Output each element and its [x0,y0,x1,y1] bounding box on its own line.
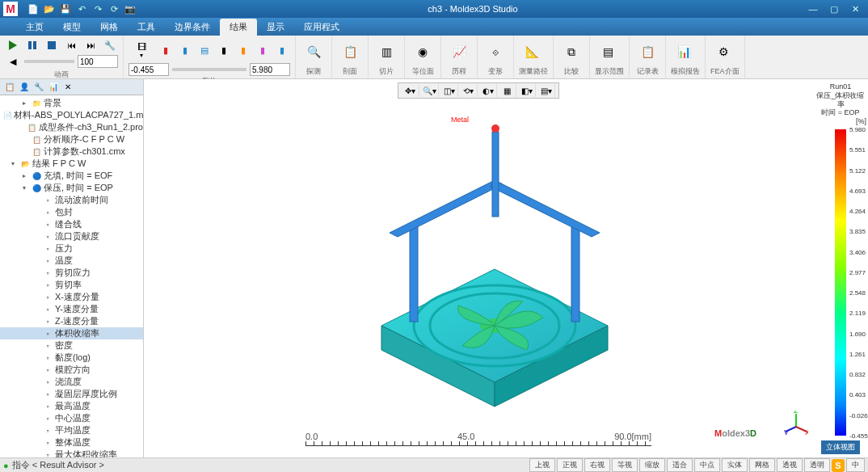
qat-save-icon[interactable]: 💾 [60,3,71,15]
tree-item-10[interactable]: ▫缝合线 [0,218,143,230]
tree-tab-close[interactable]: ✕ [61,81,74,94]
tree-tab-1[interactable]: 📋 [3,81,16,94]
qat-open-icon[interactable]: 📂 [44,3,55,15]
tree-item-24[interactable]: ▫凝固层厚度比例 [0,388,143,400]
clip-slider[interactable] [172,68,246,71]
close-button[interactable]: ✕ [845,2,865,15]
axis-gizmo[interactable]: z x y [784,411,808,435]
vp-view-icon[interactable]: ◧▾ [518,84,536,97]
menu-bc[interactable]: 边界条件 [165,19,220,36]
clip-bar3-icon[interactable]: ▮ [235,42,251,58]
tree-item-8[interactable]: ▫流动波前时间 [0,194,143,206]
menu-display[interactable]: 显示 [257,19,294,36]
minimize-button[interactable]: — [803,2,823,15]
play-button[interactable] [5,37,21,53]
frame-input[interactable] [78,55,118,68]
status-btn-正视[interactable]: 正视 [557,458,583,472]
anim-settings-button[interactable]: 🔧 [102,37,118,53]
legend-view-button[interactable]: 立体视图 [821,440,860,454]
clip-bar4-icon[interactable]: ▮ [255,42,271,58]
clip-bar1-icon[interactable]: ▮ [158,42,174,58]
status-btn-透视[interactable]: 透视 [777,458,803,472]
ribbon-显示范围[interactable]: ▤ [595,39,621,65]
qat-new-icon[interactable]: 📄 [27,3,39,15]
tree-item-17[interactable]: ▫Y-速度分量 [0,303,143,315]
tree-item-26[interactable]: ▫中心温度 [0,412,143,424]
anim-slider[interactable] [24,60,74,63]
tree-item-7[interactable]: ▾🔵保压, 时间 = EOP [0,182,143,194]
ribbon-变形[interactable]: ⟐ [482,39,508,65]
ribbon-历程[interactable]: 📈 [446,39,472,65]
tree-item-2[interactable]: 📋成型条件-ch3_Run1_2.pro [0,121,143,133]
status-btn-透明[interactable]: 透明 [804,458,830,472]
tree-item-1[interactable]: 📄材料-ABS_POLYLACPA727_1.mtr [0,109,143,121]
tree-tab-4[interactable]: 📊 [47,81,60,94]
tree-item-19[interactable]: ▫体积收缩率 [0,327,143,339]
tree-item-6[interactable]: ▸🔵充填, 时间 = EOF [0,170,143,182]
tree-item-21[interactable]: ▫黏度(log) [0,352,143,364]
vp-zoom-icon[interactable]: 🔍▾ [421,84,439,97]
viewport-3d[interactable]: ✥▾ 🔍▾ ◫▾ ⟲▾ ◐▾ ▦ ◧▾ ▤▾ Metal [144,79,813,457]
tree-item-27[interactable]: ▫平均温度 [0,424,143,436]
menu-tools[interactable]: 工具 [128,19,165,36]
tree-item-18[interactable]: ▫Z-速度分量 [0,315,143,327]
tree-item-20[interactable]: ▫密度 [0,339,143,352]
ime-lang[interactable]: 中 [846,458,865,472]
tree-item-13[interactable]: ▫温度 [0,255,143,267]
menu-results[interactable]: 结果 [220,19,257,36]
status-btn-等视[interactable]: 等视 [612,458,638,472]
ribbon-FEA介面[interactable]: ⚙ [710,39,736,65]
tree-item-25[interactable]: ▫最高温度 [0,400,143,412]
tree-item-5[interactable]: ▾📂结果 F P C W [0,158,143,170]
ribbon-探测[interactable]: 🔍 [301,39,327,65]
tree-item-16[interactable]: ▫X-速度分量 [0,291,143,303]
step-back-button[interactable]: ⏮ [63,37,79,53]
status-btn-缩放[interactable]: 缩放 [639,458,665,472]
step-fwd-button[interactable]: ⏭ [82,37,99,53]
status-btn-右视[interactable]: 右视 [584,458,610,472]
status-btn-网格[interactable]: 网格 [749,458,775,472]
stop-button[interactable] [44,37,60,53]
tree-tab-3[interactable]: 🔧 [32,81,45,94]
ribbon-等位面[interactable]: ◉ [410,39,436,65]
ribbon-测量路径[interactable]: 📐 [519,39,545,65]
tree-item-0[interactable]: ▸📁背景 [0,97,143,109]
tree-item-14[interactable]: ▫剪切应力 [0,267,143,279]
tree-item-9[interactable]: ▫包封 [0,206,143,218]
clip-bar2-icon[interactable]: ▮ [177,42,193,58]
menu-home[interactable]: 主页 [16,19,53,36]
tree-item-11[interactable]: ▫流口贡献度 [0,230,143,242]
tree-item-29[interactable]: ▫最大体积收缩率 [0,449,143,457]
maximize-button[interactable]: ▢ [824,2,844,15]
ribbon-记录表[interactable]: 📋 [634,39,660,65]
qat-redo-icon[interactable]: ↷ [92,3,103,15]
legend-colorbar[interactable]: 5.9805.5515.1224.6934.2643.8353.4062.977… [835,129,846,436]
clip-button[interactable]: 🎞▾ [129,37,154,63]
menu-mesh[interactable]: 网格 [91,19,128,36]
slider-start-icon[interactable]: ◀ [5,53,21,70]
vp-select-icon[interactable]: ✥▾ [402,84,419,97]
pause-button[interactable] [24,37,40,53]
ribbon-模拟报告[interactable]: 📊 [671,39,697,65]
clip-max-input[interactable] [250,63,290,76]
vp-rotate-icon[interactable]: ⟲▾ [460,84,478,97]
tree-item-3[interactable]: 📋分析顺序-C F P C W [0,133,143,145]
tree-item-28[interactable]: ▫整体温度 [0,436,143,449]
vp-cube-icon[interactable]: ◫▾ [440,84,458,97]
tree-item-15[interactable]: ▫剪切率 [0,279,143,291]
qat-camera-icon[interactable]: 📷 [124,3,136,15]
vp-shade-icon[interactable]: ◐▾ [479,84,497,97]
clip-grad-icon[interactable]: ▮ [216,42,232,58]
status-btn-实体[interactable]: 实体 [722,458,748,472]
qat-undo-icon[interactable]: ↶ [76,3,87,15]
tree-item-12[interactable]: ▫压力 [0,242,143,255]
ribbon-切片[interactable]: ▥ [373,39,399,65]
status-btn-适合[interactable]: 适合 [667,458,693,472]
tree-item-23[interactable]: ▫浇流度 [0,376,143,388]
menu-model[interactable]: 模型 [53,19,91,36]
clip-list-icon[interactable]: ▤ [196,42,213,58]
vp-mesh-icon[interactable]: ▤▾ [537,84,555,97]
qat-refresh-icon[interactable]: ⟳ [108,3,120,15]
vp-grid-icon[interactable]: ▦ [499,84,516,97]
menu-apps[interactable]: 应用程式 [294,19,349,36]
